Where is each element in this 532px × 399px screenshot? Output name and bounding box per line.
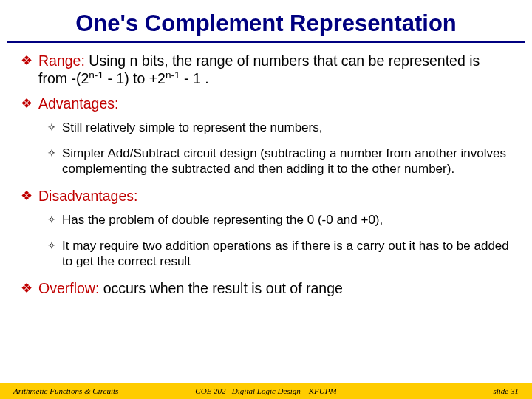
diamond-icon: ❖: [21, 52, 33, 69]
footer-right: slide 31: [493, 386, 519, 395]
bullet-range: ❖ Range: Using n bits, the range of numb…: [21, 52, 511, 87]
diamond-outline-icon: ✧: [47, 120, 56, 135]
diamond-outline-icon: ✧: [47, 146, 56, 161]
sub-bullet: ✧ Has the problem of double representing…: [47, 212, 511, 228]
sub-bullet-text: Still relatively simple to represent the…: [62, 120, 322, 135]
diamond-outline-icon: ✧: [47, 212, 56, 228]
sub-bullet: ✧ Still relatively simple to represent t…: [47, 120, 511, 135]
sub-bullet-text: It may require two addition operations a…: [62, 238, 511, 269]
bullet-label: Disadvantages:: [38, 187, 137, 205]
sub-bullet: ✧ It may require two addition operations…: [47, 238, 511, 269]
footer-center: COE 202– Digital Logic Design – KFUPM: [195, 386, 336, 395]
bullet-label: Advantages:: [38, 95, 118, 112]
slide-footer: Arithmetic Functions & Circuits COE 202–…: [0, 383, 532, 399]
diamond-outline-icon: ✧: [47, 238, 56, 253]
slide-title: One's Complement Representation: [7, 0, 525, 43]
sub-bullet-text: Simpler Add/Subtract circuit design (sub…: [62, 146, 511, 177]
bullet-overflow: ❖ Overflow: occurs when the result is ou…: [21, 279, 511, 297]
bullet-advantages: ❖ Advantages:: [21, 95, 511, 112]
bullet-text: Overflow: occurs when the result is out …: [38, 279, 343, 297]
bullet-text: Range: Using n bits, the range of number…: [38, 52, 511, 87]
bullet-disadvantages: ❖ Disadvantages:: [21, 187, 511, 205]
diamond-icon: ❖: [21, 187, 33, 205]
diamond-icon: ❖: [21, 279, 33, 297]
footer-left: Arithmetic Functions & Circuits: [13, 386, 118, 395]
sub-bullet: ✧ Simpler Add/Subtract circuit design (s…: [47, 146, 511, 177]
diamond-icon: ❖: [21, 95, 33, 112]
sub-bullet-text: Has the problem of double representing t…: [62, 212, 383, 228]
slide-content: ❖ Range: Using n bits, the range of numb…: [0, 43, 532, 297]
